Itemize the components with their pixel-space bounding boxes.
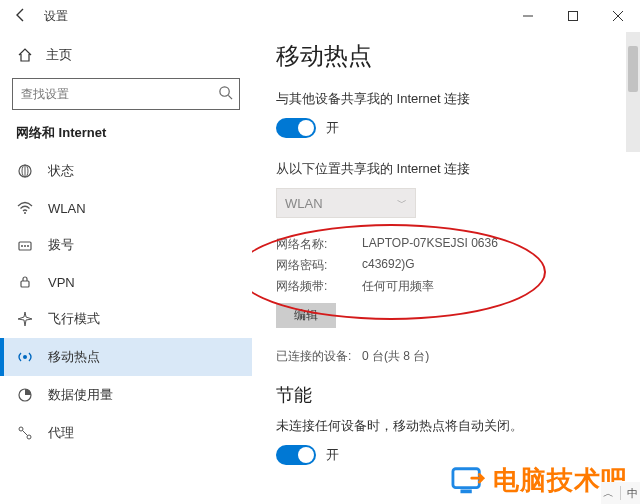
share-from-value: WLAN xyxy=(285,196,323,211)
data-usage-icon xyxy=(16,387,34,403)
window-title: 设置 xyxy=(44,8,68,25)
svg-point-9 xyxy=(24,212,26,214)
sidebar-item-label: 飞行模式 xyxy=(48,310,100,328)
network-password-label: 网络密码: xyxy=(276,257,362,274)
sidebar-item-hotspot[interactable]: 移动热点 xyxy=(0,338,252,376)
sidebar-item-status[interactable]: 状态 xyxy=(0,152,252,190)
titlebar: 设置 xyxy=(0,0,640,32)
svg-line-5 xyxy=(228,95,232,99)
power-toggle-state: 开 xyxy=(326,446,339,464)
sidebar-item-data-usage[interactable]: 数据使用量 xyxy=(0,376,252,414)
chevron-down-icon: ﹀ xyxy=(397,196,407,210)
close-button[interactable] xyxy=(595,0,640,32)
sidebar-home-label: 主页 xyxy=(46,46,72,64)
svg-rect-21 xyxy=(460,489,471,493)
minimize-button[interactable] xyxy=(505,0,550,32)
svg-point-18 xyxy=(27,435,31,439)
power-heading: 节能 xyxy=(276,383,616,407)
search-input[interactable] xyxy=(21,87,218,101)
svg-line-19 xyxy=(23,431,28,436)
hotspot-icon xyxy=(16,349,34,365)
network-name-value: LAPTOP-07KSEJSI 0636 xyxy=(362,236,498,253)
scrollbar[interactable] xyxy=(626,32,640,152)
maximize-button[interactable] xyxy=(550,0,595,32)
proxy-icon xyxy=(16,425,34,441)
tray-chevron-icon[interactable]: ︿ xyxy=(603,486,614,501)
svg-point-13 xyxy=(27,245,29,247)
share-from-label: 从以下位置共享我的 Internet 连接 xyxy=(276,160,616,178)
sidebar-item-dialup[interactable]: 拨号 xyxy=(0,226,252,264)
share-from-dropdown[interactable]: WLAN ﹀ xyxy=(276,188,416,218)
svg-point-12 xyxy=(24,245,26,247)
search-icon xyxy=(218,85,233,104)
network-band-label: 网络频带: xyxy=(276,278,362,295)
sidebar-item-wlan[interactable]: WLAN xyxy=(0,190,252,226)
network-name-label: 网络名称: xyxy=(276,236,362,253)
sidebar-item-label: 移动热点 xyxy=(48,348,100,366)
svg-rect-14 xyxy=(21,281,29,287)
svg-point-15 xyxy=(23,355,27,359)
search-input-wrap[interactable] xyxy=(12,78,240,110)
svg-rect-1 xyxy=(568,12,577,21)
sidebar-nav: 状态 WLAN 拨号 VPN 飞行模式 移动热点 xyxy=(0,152,252,452)
home-icon xyxy=(16,47,34,63)
share-toggle[interactable] xyxy=(276,118,316,138)
vpn-icon xyxy=(16,274,34,290)
page-title: 移动热点 xyxy=(276,40,616,72)
sidebar-item-vpn[interactable]: VPN xyxy=(0,264,252,300)
power-description: 未连接任何设备时，移动热点将自动关闭。 xyxy=(276,417,616,435)
sidebar-item-label: WLAN xyxy=(48,201,86,216)
sidebar-item-label: 拨号 xyxy=(48,236,74,254)
sidebar-section-header: 网络和 Internet xyxy=(0,124,252,152)
scrollbar-thumb[interactable] xyxy=(628,46,638,92)
sidebar-item-proxy[interactable]: 代理 xyxy=(0,414,252,452)
sidebar-home[interactable]: 主页 xyxy=(0,36,252,78)
sidebar-item-label: 代理 xyxy=(48,424,74,442)
sidebar-item-label: 数据使用量 xyxy=(48,386,113,404)
svg-point-11 xyxy=(21,245,23,247)
sidebar: 主页 网络和 Internet 状态 WLAN 拨号 xyxy=(0,32,252,504)
power-toggle[interactable] xyxy=(276,445,316,465)
sidebar-item-label: 状态 xyxy=(48,162,74,180)
airplane-icon xyxy=(16,311,34,327)
back-button[interactable] xyxy=(12,7,30,26)
edit-button[interactable]: 编辑 xyxy=(276,303,336,328)
connected-devices-label: 已连接的设备: xyxy=(276,348,362,365)
connected-devices-value: 0 台(共 8 台) xyxy=(362,348,429,365)
svg-point-4 xyxy=(220,86,229,95)
network-band-value: 任何可用频率 xyxy=(362,278,434,295)
system-tray: ︿ 中 xyxy=(601,482,640,504)
wifi-icon xyxy=(16,200,34,216)
share-description: 与其他设备共享我的 Internet 连接 xyxy=(276,90,616,108)
network-password-value: c43692)G xyxy=(362,257,415,274)
logo-icon xyxy=(449,465,487,497)
window-controls xyxy=(505,0,640,32)
status-icon xyxy=(16,163,34,179)
sidebar-item-airplane[interactable]: 飞行模式 xyxy=(0,300,252,338)
sidebar-item-label: VPN xyxy=(48,275,75,290)
main-content: 移动热点 与其他设备共享我的 Internet 连接 开 从以下位置共享我的 I… xyxy=(252,32,640,504)
svg-point-17 xyxy=(19,427,23,431)
share-toggle-state: 开 xyxy=(326,119,339,137)
tray-ime[interactable]: 中 xyxy=(627,486,638,501)
network-info: 网络名称: LAPTOP-07KSEJSI 0636 网络密码: c43692)… xyxy=(276,236,616,334)
dialup-icon xyxy=(16,237,34,253)
